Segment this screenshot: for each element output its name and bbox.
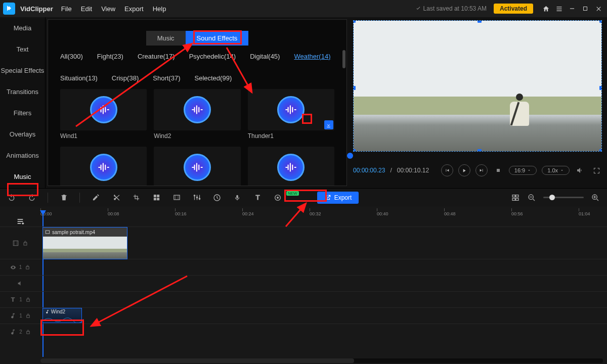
time-ruler[interactable]: 00:0000:0800:1600:2400:3200:4000:4800:56… [40, 211, 607, 224]
track-overlay-sound [0, 275, 607, 291]
svg-rect-2 [174, 195, 179, 200]
clip-item[interactable] [60, 147, 147, 186]
cat-weather[interactable]: Weather(14) [294, 53, 330, 60]
lock-icon[interactable] [25, 297, 31, 302]
preview-viewport[interactable] [353, 20, 602, 152]
sidebar-item-overlays[interactable]: Overlays [0, 123, 45, 145]
cat-all[interactable]: All(300) [60, 53, 83, 60]
timeline-scrollbar[interactable] [40, 358, 603, 363]
split-icon[interactable] [111, 193, 120, 202]
clip-label: Thunder1 [248, 132, 334, 140]
speaker-icon[interactable] [17, 280, 24, 287]
delete-icon[interactable] [59, 193, 68, 202]
aspect-ratio-selector[interactable]: 16:9 [509, 166, 537, 175]
clip-thunder1[interactable]: Thunder1 [248, 89, 334, 140]
waveform-icon [90, 96, 117, 123]
sidebar-item-text[interactable]: Text [0, 38, 45, 60]
sidebar-item-animations[interactable]: Animations [0, 145, 45, 166]
timeline-video-clip[interactable]: sample potrait.mp4 [42, 227, 127, 259]
sidebar-item-music[interactable]: Music [0, 166, 45, 187]
download-icon[interactable] [324, 120, 333, 129]
cat-situation[interactable]: Situation(13) [60, 74, 98, 82]
add-track-icon[interactable] [15, 217, 26, 226]
volume-icon[interactable] [575, 165, 586, 176]
edit-icon[interactable] [91, 193, 100, 202]
arrange-icon[interactable] [511, 193, 520, 202]
ruler-tick: 00:08 [108, 211, 119, 216]
track-text: 1 [0, 291, 607, 307]
crop-icon[interactable] [132, 193, 141, 202]
play-icon[interactable] [458, 164, 470, 176]
sidebar-item-filters[interactable]: Filters [0, 102, 45, 123]
cat-short[interactable]: Short(37) [153, 74, 180, 82]
close-icon[interactable] [593, 3, 604, 14]
svg-rect-13 [13, 241, 18, 245]
library-panel: Music Sound Effects All(300) Fight(23) C… [48, 19, 347, 186]
zoom-in-icon[interactable] [591, 193, 600, 202]
lock-icon[interactable] [25, 264, 30, 270]
music-icon [10, 329, 16, 335]
menu-file[interactable]: File [61, 5, 72, 13]
waveform-icon [184, 154, 211, 181]
speed-selector[interactable]: 1.0x [542, 166, 570, 175]
tab-music[interactable]: Music [146, 31, 186, 46]
menu-help[interactable]: Help [153, 5, 166, 13]
stop-icon[interactable] [493, 165, 504, 176]
cat-crisp[interactable]: Crisp(38) [112, 74, 139, 82]
freeze-frame-icon[interactable] [172, 193, 181, 202]
eye-icon[interactable] [10, 264, 16, 270]
save-status: Last saved at 10:53 AM [415, 5, 487, 12]
zoom-slider[interactable] [543, 197, 584, 198]
menu-view[interactable]: View [101, 5, 115, 13]
text-to-speech-icon[interactable] [253, 193, 262, 202]
time-sep: / [390, 167, 392, 174]
tab-sound-effects[interactable]: Sound Effects [186, 31, 249, 46]
voice-icon[interactable] [233, 193, 242, 202]
ruler-tick: 00:16 [175, 211, 187, 216]
svg-rect-14 [24, 243, 27, 245]
clip-label: Wind2 [154, 132, 240, 140]
activated-badge[interactable]: Activated [494, 4, 533, 14]
cat-fight[interactable]: Fight(23) [97, 53, 123, 60]
home-icon[interactable] [540, 3, 551, 14]
cat-creature[interactable]: Creature(17) [138, 53, 175, 60]
ai-icon[interactable] [273, 193, 282, 202]
menu-export[interactable]: Export [124, 5, 144, 13]
lock-icon[interactable] [25, 329, 31, 335]
maximize-icon[interactable] [580, 3, 591, 14]
zoom-out-icon[interactable] [527, 193, 536, 202]
library-scrollbar[interactable] [342, 50, 345, 181]
music-icon [10, 312, 16, 319]
preview-seek[interactable] [353, 152, 602, 160]
audio-clip-name: Wind2 [51, 309, 65, 314]
hamburger-icon[interactable] [553, 3, 565, 14]
export-button[interactable]: Export [317, 192, 359, 204]
undo-icon[interactable] [7, 193, 16, 202]
mosaic-icon[interactable] [152, 193, 161, 202]
redo-icon[interactable] [27, 193, 36, 202]
sidebar-item-special-fx[interactable]: Special Effects [0, 60, 45, 81]
speed-icon[interactable] [212, 193, 222, 202]
timeline-audio-clip[interactable]: Wind2 [42, 308, 82, 323]
lock-icon[interactable] [25, 313, 31, 318]
menu-edit[interactable]: Edit [81, 5, 92, 13]
cat-psychedelic[interactable]: Psychedelic(14) [189, 53, 236, 60]
clip-wind1[interactable]: Wind1 [60, 89, 147, 140]
clip-item[interactable] [248, 147, 334, 186]
cat-selected[interactable]: Selected(99) [194, 74, 232, 82]
prev-frame-icon[interactable] [441, 164, 453, 176]
minimize-icon[interactable] [567, 3, 578, 14]
adjust-icon[interactable] [192, 193, 201, 202]
sidebar-item-media[interactable]: Media [0, 17, 45, 38]
clip-wind2[interactable]: Wind2 [154, 89, 240, 140]
lock-icon[interactable] [22, 240, 28, 246]
svg-rect-9 [512, 198, 515, 200]
clip-label: Wind1 [60, 132, 147, 140]
next-frame-icon[interactable] [475, 164, 488, 176]
cat-digital[interactable]: Digital(45) [250, 53, 280, 60]
sidebar-item-transitions[interactable]: Transitions [0, 81, 45, 102]
save-status-text: Last saved at 10:53 AM [423, 5, 487, 12]
track-overlay: 1 [0, 259, 607, 275]
clip-item[interactable] [154, 147, 240, 186]
fullscreen-icon[interactable] [591, 165, 602, 176]
